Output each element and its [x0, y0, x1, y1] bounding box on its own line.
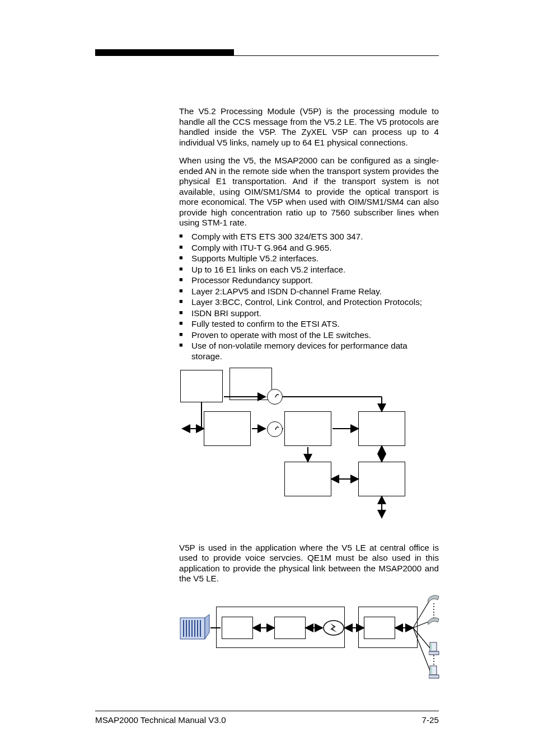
- list-item: Layer 2:LAPV5 and ISDN D-channel Frame R…: [179, 287, 439, 297]
- footer-rule: [95, 711, 439, 711]
- feature-list: Comply with ETS ETS 300 324/ETS 300 347.…: [179, 232, 439, 362]
- svg-rect-33: [430, 642, 437, 651]
- diagram2-arrows: [179, 594, 442, 684]
- diagram-arrows: [179, 368, 442, 533]
- main-content: The V5.2 Processing Module (V5P) is the …: [179, 106, 439, 684]
- svg-rect-36: [430, 666, 437, 675]
- paragraph-2: When using the V5, the MSAP2000 can be c…: [179, 156, 439, 228]
- svg-line-29: [413, 628, 430, 648]
- paragraph-3: V5P is used in the application where the…: [179, 543, 439, 584]
- footer-left-text: MSAP2000 Technical Manual V3.0: [95, 715, 226, 725]
- list-item: ISDN BRI support.: [179, 308, 439, 319]
- list-item: Comply with ITU-T G.964 and G.965.: [179, 243, 439, 253]
- footer-right-text: 7-25: [422, 715, 439, 725]
- list-item: Supports Multiple V5.2 interfaces.: [179, 253, 439, 264]
- phone-icon: [427, 616, 441, 629]
- page-footer: MSAP2000 Technical Manual V3.0 7-25: [95, 715, 439, 725]
- list-item: Use of non-volatile memory devices for p…: [179, 341, 439, 361]
- list-item: Proven to operate with most of the LE sw…: [179, 330, 439, 341]
- paragraph-1: The V5.2 Processing Module (V5P) is the …: [179, 106, 439, 148]
- top-rule: [95, 55, 439, 56]
- diagram-block-1: [179, 368, 442, 533]
- list-item: Layer 3:BCC, Control, Link Control, and …: [179, 297, 439, 308]
- list-item: Processor Redundancy support.: [179, 275, 439, 286]
- diagram-block-2: [179, 594, 442, 684]
- svg-line-30: [413, 628, 430, 670]
- list-item: Up to 16 E1 links on each V5.2 interface…: [179, 265, 439, 275]
- svg-rect-34: [429, 651, 439, 655]
- svg-rect-37: [429, 675, 439, 678]
- list-item: Comply with ETS ETS 300 324/ETS 300 347.: [179, 232, 439, 242]
- list-item: Fully tested to confirm to the ETSI ATS.: [179, 319, 439, 330]
- computer-icon: [429, 665, 440, 679]
- section-blackbar: [95, 49, 234, 55]
- phone-icon: [427, 593, 441, 607]
- computer-icon: [429, 641, 440, 656]
